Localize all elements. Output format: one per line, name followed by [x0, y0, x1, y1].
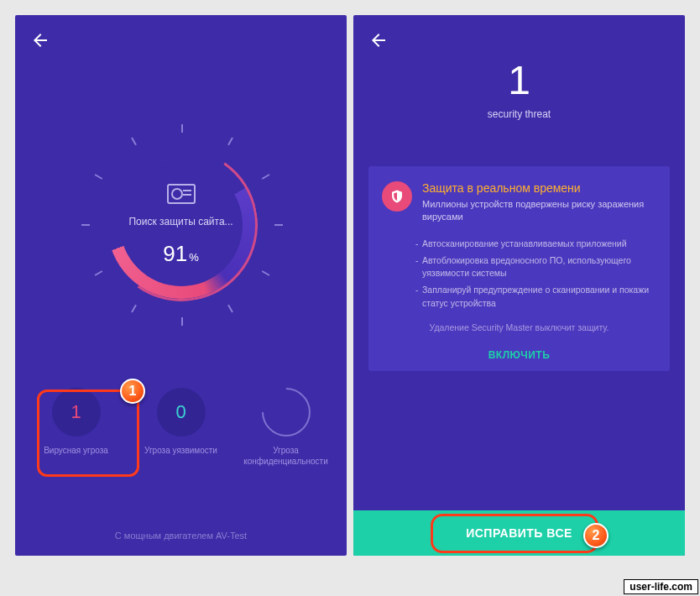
enable-button[interactable]: ВКЛЮЧИТЬ — [382, 349, 656, 361]
threat-summary-row: 1 Вирусная угроза 0 Угроза уязвимости Уг… — [15, 388, 347, 467]
realtime-protection-card: Защита в реальном времени Миллионы устро… — [368, 166, 670, 371]
threat-vuln-label: Угроза уязвимости — [144, 445, 217, 456]
threat-virus-count: 1 — [52, 388, 101, 437]
threat-count-value: 1 — [353, 57, 685, 103]
scan-gauge: Поиск защиты сайта... 91% — [81, 124, 282, 326]
card-feature-list: Автосканирование устанавливаемых приложе… — [382, 238, 656, 311]
scan-status-text: Поиск защиты сайта... — [128, 216, 232, 227]
screen-result: 1 security threat Защита в реальном врем… — [353, 15, 685, 556]
back-button[interactable] — [368, 30, 389, 50]
list-item: Запланируй предупреждение о сканировании… — [422, 284, 656, 311]
screen-scan: Поиск защиты сайта... 91% 1 Вирусная угр… — [15, 15, 347, 556]
back-button[interactable] — [30, 30, 50, 50]
card-title: Защита в реальном времени — [422, 181, 656, 195]
card-warning: Удаление Security Master выключит защиту… — [382, 322, 656, 332]
arrow-left-icon — [30, 30, 50, 50]
shield-icon — [382, 181, 412, 212]
spinner-icon — [251, 378, 320, 447]
card-subtitle: Миллионы устройств подвержены риску зара… — [422, 198, 656, 224]
threat-header: 1 security threat — [353, 57, 685, 120]
fix-all-button[interactable]: ИСПРАВИТЬ ВСЕ — [353, 510, 685, 556]
arrow-left-icon — [368, 30, 389, 50]
id-card-icon — [167, 184, 196, 204]
threat-vulnerability[interactable]: 0 Угроза уязвимости — [129, 388, 233, 467]
scan-circle: Поиск защиты сайта... 91% — [107, 151, 255, 299]
scan-progress: 91% — [163, 241, 198, 267]
list-item: Автосканирование устанавливаемых приложе… — [422, 238, 656, 251]
threat-privacy[interactable]: Угроза конфиденциальности — [234, 388, 338, 467]
threat-virus-label: Вирусная угроза — [44, 445, 108, 456]
threat-priv-label: Угроза конфиденциальности — [234, 445, 338, 467]
threat-count-label: security threat — [353, 108, 685, 120]
list-item: Автоблокировка вредоносного ПО, использу… — [422, 254, 656, 281]
engine-footer: С мощным двигателем AV-Test — [15, 531, 347, 541]
watermark: user-life.com — [624, 579, 698, 594]
threat-virus[interactable]: 1 Вирусная угроза — [24, 388, 128, 467]
threat-vuln-count: 0 — [157, 388, 206, 437]
